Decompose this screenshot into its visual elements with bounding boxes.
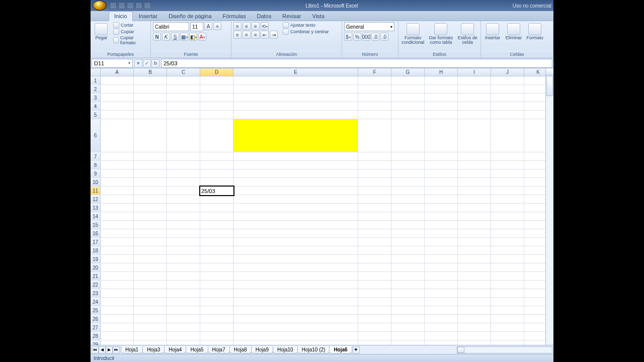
cell-H22[interactable] (425, 281, 458, 289)
cell-H3[interactable] (425, 94, 458, 102)
cell-J5[interactable] (491, 111, 524, 119)
cell-A28[interactable] (101, 332, 134, 340)
sheet-tab-hoja9[interactable]: Hoja9 (251, 346, 273, 353)
cell-D4[interactable] (200, 102, 233, 110)
cell-E19[interactable] (233, 255, 358, 263)
cell-I15[interactable] (458, 221, 491, 229)
cell-G21[interactable] (391, 272, 425, 280)
col-header-F[interactable]: F (358, 68, 391, 76)
row-header-23[interactable]: 23 (91, 289, 101, 297)
cell-G23[interactable] (391, 289, 425, 297)
cell-E5[interactable] (233, 111, 358, 119)
cell-J23[interactable] (491, 289, 524, 297)
cell-J7[interactable] (491, 152, 524, 160)
cell-A8[interactable] (101, 161, 134, 169)
office-button[interactable] (93, 1, 107, 11)
row-header-29[interactable]: 29 (91, 340, 101, 345)
cell-D22[interactable] (200, 281, 233, 289)
cell-J12[interactable] (491, 195, 524, 203)
cell-G7[interactable] (391, 152, 425, 160)
cell-H4[interactable] (425, 102, 458, 110)
cell-F23[interactable] (358, 289, 391, 297)
row-header-14[interactable]: 14 (91, 212, 101, 220)
cell-G25[interactable] (391, 306, 425, 314)
row-header-21[interactable]: 21 (91, 272, 101, 280)
cell-E25[interactable] (233, 306, 358, 314)
cell-G22[interactable] (391, 281, 425, 289)
cell-I18[interactable] (458, 246, 491, 254)
col-header-H[interactable]: H (425, 68, 458, 76)
cell-F29[interactable] (358, 340, 391, 345)
cell-D1[interactable] (200, 76, 233, 84)
cell-H19[interactable] (425, 255, 458, 263)
col-header-G[interactable]: G (391, 68, 425, 76)
cell-C25[interactable] (167, 306, 200, 314)
cell-B17[interactable] (134, 238, 167, 246)
font-size-select[interactable]: 11 (190, 22, 203, 31)
row-header-16[interactable]: 16 (91, 229, 101, 237)
cell-F11[interactable] (358, 187, 391, 195)
cell-B1[interactable] (134, 76, 167, 84)
cell-D24[interactable] (200, 298, 233, 306)
first-sheet-button[interactable]: ⏮ (92, 346, 99, 353)
active-cell-editor[interactable]: 25/03 (200, 187, 233, 195)
cell-I28[interactable] (458, 332, 491, 340)
copy-button[interactable]: Copiar (112, 29, 148, 35)
cell-I3[interactable] (458, 94, 491, 102)
cell-D20[interactable] (200, 263, 233, 272)
cell-F28[interactable] (358, 332, 391, 340)
cell-B19[interactable] (134, 255, 167, 263)
cell-E2[interactable] (233, 85, 358, 93)
cell-E3[interactable] (233, 94, 358, 102)
cell-F26[interactable] (358, 315, 391, 323)
cell-F21[interactable] (358, 272, 391, 280)
cell-J19[interactable] (491, 255, 524, 263)
row-header-2[interactable]: 2 (91, 85, 101, 93)
delete-cells-button[interactable]: Eliminar (504, 22, 523, 40)
cell-I8[interactable] (458, 161, 491, 169)
cell-I16[interactable] (458, 229, 491, 237)
row-header-18[interactable]: 18 (91, 246, 101, 254)
cell-G26[interactable] (391, 315, 425, 323)
cell-B16[interactable] (134, 229, 167, 237)
cell-F12[interactable] (358, 195, 391, 203)
cell-G1[interactable] (391, 76, 425, 84)
cell-D19[interactable] (200, 255, 233, 263)
cell-B12[interactable] (134, 195, 167, 203)
cell-I4[interactable] (458, 102, 491, 110)
cell-B15[interactable] (134, 221, 167, 229)
cell-G29[interactable] (391, 340, 425, 345)
cell-H28[interactable] (425, 332, 458, 340)
cell-C21[interactable] (167, 272, 200, 280)
tab-vista[interactable]: Vista (307, 12, 330, 21)
cell-H29[interactable] (425, 340, 458, 345)
cell-C13[interactable] (167, 204, 200, 212)
cell-B8[interactable] (134, 161, 167, 169)
cell-C23[interactable] (167, 289, 200, 297)
cell-H5[interactable] (425, 111, 458, 119)
insert-cells-button[interactable]: Insertar (483, 22, 502, 40)
qat-save-icon[interactable] (110, 2, 117, 9)
cell-H1[interactable] (425, 76, 458, 84)
cell-J6[interactable] (491, 119, 524, 152)
col-header-J[interactable]: J (491, 68, 524, 76)
row-header-5[interactable]: 5 (91, 111, 101, 119)
cell-F3[interactable] (358, 94, 391, 102)
formula-input[interactable]: 25/03 (161, 59, 552, 68)
cell-I7[interactable] (458, 152, 491, 160)
cell-J26[interactable] (491, 315, 524, 323)
cell-A23[interactable] (101, 289, 134, 297)
cell-H16[interactable] (425, 229, 458, 237)
cell-D18[interactable] (200, 246, 233, 254)
cell-D17[interactable] (200, 238, 233, 246)
confirm-edit-button[interactable]: ✓ (143, 59, 151, 67)
cell-H23[interactable] (425, 289, 458, 297)
cell-F13[interactable] (358, 204, 391, 212)
borders-button[interactable]: ▦ (180, 33, 188, 41)
cell-I13[interactable] (458, 204, 491, 212)
qat-undo-icon[interactable] (118, 2, 125, 9)
cell-G9[interactable] (391, 169, 425, 177)
cell-B18[interactable] (134, 246, 167, 254)
cell-E18[interactable] (233, 246, 358, 254)
cell-H13[interactable] (425, 204, 458, 212)
